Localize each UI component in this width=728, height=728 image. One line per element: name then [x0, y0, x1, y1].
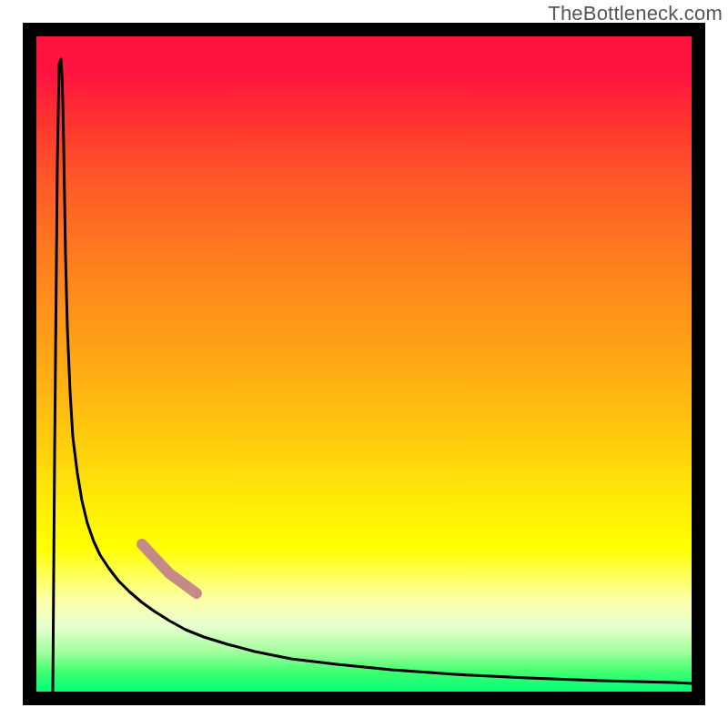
plot-area — [36, 36, 692, 692]
chart-frame — [23, 23, 705, 705]
chart-container: TheBottleneck.com — [0, 0, 728, 728]
main-curve — [53, 59, 692, 692]
curve-layer — [36, 36, 692, 692]
highlight-segment — [142, 544, 197, 593]
